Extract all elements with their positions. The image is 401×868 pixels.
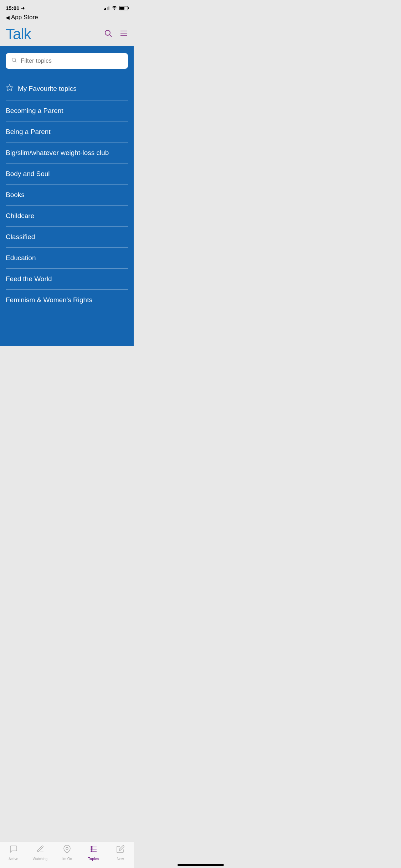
topic-item-label: Childcare [6,212,34,220]
favourite-label: My Favourite topics [18,85,77,93]
topic-item-label: Being a Parent [6,128,51,136]
topic-item-label: Big/slim/whatever weight-loss club [6,149,109,157]
back-arrow-icon: ◀ [6,15,10,20]
header-actions [104,29,128,40]
back-label: App Store [11,14,38,21]
topic-item-label: Body and Soul [6,170,50,178]
svg-point-0 [105,30,110,35]
status-time: 15:01 [6,5,25,11]
topic-item[interactable]: Feminism & Women's Rights [6,290,128,310]
topic-item[interactable]: Being a Parent [6,122,128,143]
topic-item[interactable]: Education [6,248,128,269]
app-logo: Talk [6,27,31,42]
back-nav[interactable]: ◀ App Store [0,13,134,24]
app-header: Talk [0,24,134,46]
location-icon [21,6,25,10]
star-icon [6,84,14,94]
topic-item[interactable]: Classified [6,227,128,248]
topic-item[interactable]: Feed the World [6,269,128,290]
search-icon[interactable] [104,29,112,40]
status-icons [104,5,128,11]
svg-line-6 [15,61,17,63]
search-bar[interactable] [6,53,128,69]
svg-line-1 [110,35,112,37]
topic-item-label: Education [6,254,36,262]
battery-icon [119,6,128,10]
main-content: My Favourite topics Becoming a ParentBei… [0,46,134,346]
search-bar-icon [11,57,17,64]
topic-item-label: Classified [6,233,35,241]
topic-item-label: Feminism & Women's Rights [6,296,92,304]
search-input[interactable] [21,57,122,64]
topics-list: My Favourite topics Becoming a ParentBei… [6,77,128,310]
topic-item[interactable]: Childcare [6,206,128,227]
topic-item[interactable]: Books [6,185,128,206]
topic-item-label: Feed the World [6,275,52,283]
signal-icon [104,6,110,10]
topic-item[interactable]: Big/slim/whatever weight-loss club [6,143,128,164]
topic-item[interactable]: Body and Soul [6,164,128,185]
status-bar: 15:01 [0,0,134,13]
wifi-icon [112,5,117,11]
favourite-topics-item[interactable]: My Favourite topics [6,77,128,100]
topic-item[interactable]: Becoming a Parent [6,100,128,122]
topic-item-label: Becoming a Parent [6,107,63,115]
topic-item-label: Books [6,191,25,199]
svg-marker-7 [6,84,13,91]
time-display: 15:01 [6,5,19,11]
menu-icon[interactable] [119,29,128,40]
